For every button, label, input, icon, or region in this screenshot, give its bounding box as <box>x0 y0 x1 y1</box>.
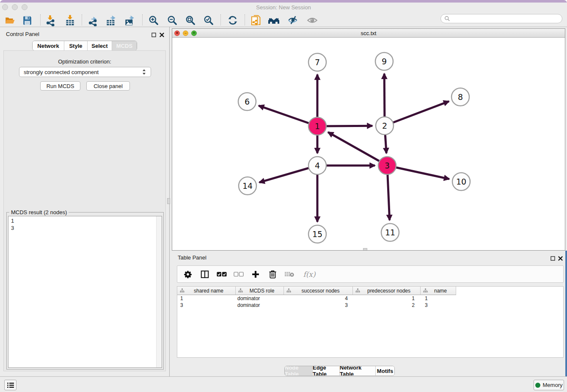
column-header-MCDS-role[interactable]: MCDS role <box>236 287 284 295</box>
import-table-button[interactable] <box>63 14 76 27</box>
graph-node-10[interactable]: 10 <box>452 173 470 190</box>
select-all-checkboxes-button[interactable] <box>216 269 227 280</box>
tab-edge-table[interactable]: Edge Table <box>313 366 340 375</box>
tab-network-table[interactable]: Network Table <box>340 366 376 375</box>
float-icon <box>151 33 156 37</box>
column-header-shared-name[interactable]: shared name <box>177 287 236 295</box>
show-hidden-button[interactable] <box>306 14 319 27</box>
open-folder-icon <box>4 15 15 26</box>
table-cell: dominator <box>236 295 284 301</box>
search-input[interactable] <box>450 15 558 22</box>
mcds-result-scrollbar[interactable] <box>156 216 162 367</box>
search-box[interactable] <box>440 14 562 23</box>
mcds-result-text[interactable]: 1 3 <box>8 216 162 368</box>
houses-icon <box>267 15 280 26</box>
table-body: 1dominator4113dominator323 <box>177 295 563 309</box>
settings-gear-button[interactable] <box>182 269 193 280</box>
optimization-criterion-label: Optimization criterion: <box>4 58 165 65</box>
graph-node-9[interactable]: 9 <box>375 52 393 70</box>
delete-table-button[interactable] <box>284 269 295 280</box>
first-neighbors-button[interactable] <box>267 14 280 27</box>
graph-edge-3-1[interactable] <box>328 132 387 166</box>
zoom-fit-button[interactable] <box>184 14 197 27</box>
column-header-predecessor-nodes[interactable]: predecessor nodes <box>353 287 421 295</box>
table-panel-float-button[interactable] <box>550 255 555 262</box>
graph-node-15[interactable]: 15 <box>308 225 326 243</box>
save-session-button[interactable] <box>21 14 33 27</box>
list-icon <box>7 382 14 388</box>
table-row[interactable]: 3dominator323 <box>177 302 563 309</box>
zoom-out-button[interactable] <box>166 14 179 27</box>
graph-node-14[interactable]: 14 <box>239 177 256 195</box>
task-history-button[interactable] <box>4 380 17 390</box>
zoom-selected-button[interactable] <box>202 14 215 27</box>
export-network-icon <box>87 15 99 26</box>
column-header-name[interactable]: name <box>421 287 456 295</box>
node-label: 7 <box>315 58 320 67</box>
table-cell: 4 <box>284 295 353 301</box>
open-session-button[interactable] <box>3 14 16 27</box>
export-image-button[interactable] <box>123 14 136 27</box>
table-toolbar: f(x) <box>177 265 564 283</box>
tab-network[interactable]: Network <box>33 41 64 50</box>
new-network-from-selection-button[interactable] <box>250 14 262 27</box>
toolbar-separator <box>142 14 143 25</box>
tab-style[interactable]: Style <box>64 41 88 50</box>
mcds-result-title: MCDS result (2 nodes) <box>9 209 69 215</box>
column-visibility-button[interactable] <box>199 269 210 280</box>
close-panel-button[interactable]: Close panel <box>86 81 130 91</box>
graph-node-8[interactable]: 8 <box>451 88 469 106</box>
tab-motifs[interactable]: Motifs <box>376 366 394 375</box>
table-panel-close-button[interactable] <box>558 255 563 262</box>
network-canvas[interactable]: 1234678910111415 <box>172 38 565 250</box>
criterion-selected-value: strongly connected component <box>24 69 99 75</box>
import-network-button[interactable] <box>44 14 57 27</box>
attribute-tree-icon <box>355 288 360 293</box>
control-panel-tabs: NetworkStyleSelectMCDS <box>32 41 137 51</box>
toolbar-separator <box>245 14 245 25</box>
export-network-button[interactable] <box>86 14 99 27</box>
float-icon <box>550 256 555 261</box>
table-row[interactable]: 1dominator411 <box>177 295 563 302</box>
trash-icon <box>269 270 277 279</box>
import-network-icon <box>45 15 56 26</box>
graph-node-7[interactable]: 7 <box>308 53 326 71</box>
splitter-handle[interactable] <box>167 198 170 204</box>
table-cell: 2 <box>353 302 421 308</box>
graph-node-2[interactable]: 2 <box>376 117 394 135</box>
control-panel-close-button[interactable] <box>160 31 164 39</box>
node-table[interactable]: shared nameMCDS rolesuccessor nodesprede… <box>177 286 564 358</box>
function-builder-button[interactable]: f(x) <box>301 269 318 280</box>
refresh-button[interactable] <box>226 14 239 27</box>
columns-icon <box>200 270 209 279</box>
toolbar-separator <box>220 14 221 25</box>
export-table-button[interactable] <box>105 14 117 27</box>
node-label: 6 <box>245 97 250 106</box>
graph-node-11[interactable]: 11 <box>381 224 399 241</box>
deselect-all-checkboxes-button[interactable] <box>233 269 244 280</box>
column-header-successor-nodes[interactable]: successor nodes <box>284 287 353 295</box>
zoom-in-button[interactable] <box>147 14 160 27</box>
run-mcds-button[interactable]: Run MCDS <box>40 81 80 91</box>
criterion-select[interactable]: strongly connected component <box>19 67 151 77</box>
graph-node-6[interactable]: 6 <box>238 93 256 110</box>
tab-mcds[interactable]: MCDS <box>112 41 137 50</box>
memory-label: Memory <box>543 382 563 388</box>
graph-node-1[interactable]: 1 <box>308 117 326 135</box>
run-mcds-label: Run MCDS <box>47 83 74 89</box>
delete-column-button[interactable] <box>267 269 278 280</box>
tab-node-table[interactable]: Node Table <box>285 366 313 375</box>
memory-button[interactable]: Memory <box>534 380 564 390</box>
graph-edge-2-8[interactable] <box>385 101 449 126</box>
attribute-tree-icon <box>180 288 184 293</box>
window-resize-handle[interactable] <box>363 248 367 250</box>
graph-node-4[interactable]: 4 <box>308 157 326 174</box>
graph-node-3[interactable]: 3 <box>378 157 396 174</box>
graph-edge-3-10[interactable] <box>387 166 449 179</box>
add-column-button[interactable] <box>250 269 261 280</box>
eye-icon <box>306 15 318 26</box>
tab-select[interactable]: Select <box>88 41 112 50</box>
hide-selected-button[interactable] <box>287 14 300 27</box>
control-panel-float-button[interactable] <box>151 31 156 39</box>
main-toolbar <box>0 14 567 27</box>
